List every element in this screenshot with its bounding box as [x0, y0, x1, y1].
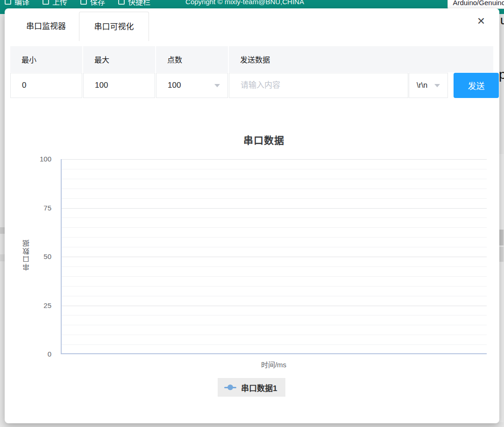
gridline: [62, 217, 487, 218]
form-input-row: 0 100 100 \r\n 发送: [10, 73, 499, 98]
gridline: [62, 344, 487, 345]
background-panel-edge: [0, 227, 5, 234]
gridline: [62, 306, 487, 306]
tab-serial-monitor[interactable]: 串口监视器: [13, 12, 79, 41]
gridline: [62, 198, 487, 199]
gridline: [62, 227, 487, 228]
send-data-input[interactable]: [229, 73, 408, 98]
background-text-fragment: u: [500, 13, 504, 28]
save-icon: [80, 0, 87, 5]
header-min: 最小: [10, 46, 82, 72]
legend-item-series1[interactable]: 串口数据1: [218, 378, 285, 397]
upload-icon: [43, 0, 49, 5]
background-text-fragment: p: [499, 67, 504, 82]
toolbar-item-save[interactable]: 保存: [80, 0, 105, 7]
y-axis-tick-label: 0: [18, 350, 51, 358]
background-panel-edge: [0, 254, 5, 261]
app-toolbar-items: 编译 上传 保存 快捷栏 Copyright © mixly-team@BNU,…: [0, 0, 504, 8]
max-input[interactable]: 100: [83, 73, 155, 98]
line-ending-value: \r\n: [417, 81, 427, 90]
gridline: [62, 179, 487, 179]
gridline: [62, 247, 487, 247]
max-value: 100: [95, 81, 108, 90]
gridline: [62, 286, 487, 287]
chevron-down-icon: [434, 84, 440, 87]
y-axis-tick-label: 75: [18, 204, 51, 212]
compile-icon: [5, 0, 11, 5]
gridline: [62, 159, 487, 160]
line-ending-select[interactable]: \r\n: [409, 73, 448, 98]
gridline: [62, 276, 487, 277]
chart-title: 串口数据: [47, 133, 481, 147]
y-axis-label: 串口数据: [21, 224, 31, 285]
gridline: [62, 189, 487, 189]
toolbar-item-quickbar[interactable]: 快捷栏: [118, 0, 150, 7]
gridline: [62, 315, 487, 315]
board-select-dropdown[interactable]: Arduino/Genuino: [447, 0, 504, 9]
close-icon[interactable]: ×: [473, 13, 489, 29]
send-group: \r\n 发送: [229, 73, 499, 98]
send-button[interactable]: 发送: [454, 73, 499, 98]
gridline: [62, 325, 487, 325]
gridline: [62, 237, 487, 238]
form-header-row: 最小 最大 点数 发送数据: [10, 46, 493, 72]
toolbar-item-label: 保存: [90, 0, 105, 7]
gridline: [62, 208, 487, 209]
toolbar-item-compile[interactable]: 编译: [5, 0, 29, 7]
serial-dialog: × 串口监视器 串口可视化 最小 最大 点数 发送数据 0 100 100 \r…: [5, 8, 499, 423]
x-axis-label: 时间/ms: [61, 359, 487, 369]
toolbar-item-label: 上传: [52, 0, 67, 7]
chevron-down-icon: [214, 84, 220, 87]
board-select-value: Arduino/Genuino: [453, 0, 504, 7]
gridline: [62, 169, 487, 169]
copyright-text: Copyright © mixly-team@BNU,CHINA: [185, 0, 304, 6]
points-select[interactable]: 100: [156, 73, 228, 98]
line-series-icon: [224, 385, 236, 390]
quickbar-icon: [118, 0, 125, 5]
tab-serial-visualization[interactable]: 串口可视化: [79, 12, 149, 41]
toolbar-item-upload[interactable]: 上传: [43, 0, 67, 7]
legend-label: 串口数据1: [241, 382, 277, 393]
gridline: [62, 257, 487, 257]
header-max: 最大: [83, 46, 155, 72]
screen: { "background": { "toolbar": { "color": …: [0, 0, 504, 427]
min-value: 0: [22, 81, 26, 90]
header-points: 点数: [156, 46, 228, 72]
toolbar-item-label: 快捷栏: [128, 0, 150, 7]
y-axis-tick-label: 100: [18, 155, 51, 163]
gridline: [62, 296, 487, 296]
y-axis-tick-label: 25: [18, 301, 51, 310]
dialog-tabs: 串口监视器 串口可视化: [13, 12, 149, 41]
points-value: 100: [168, 81, 181, 90]
header-send-data: 发送数据: [229, 46, 493, 72]
chart-plot-area: [61, 159, 487, 354]
gridline: [62, 266, 487, 267]
gridline: [62, 335, 487, 335]
min-input[interactable]: 0: [10, 73, 82, 98]
toolbar-item-label: 编译: [14, 0, 29, 7]
